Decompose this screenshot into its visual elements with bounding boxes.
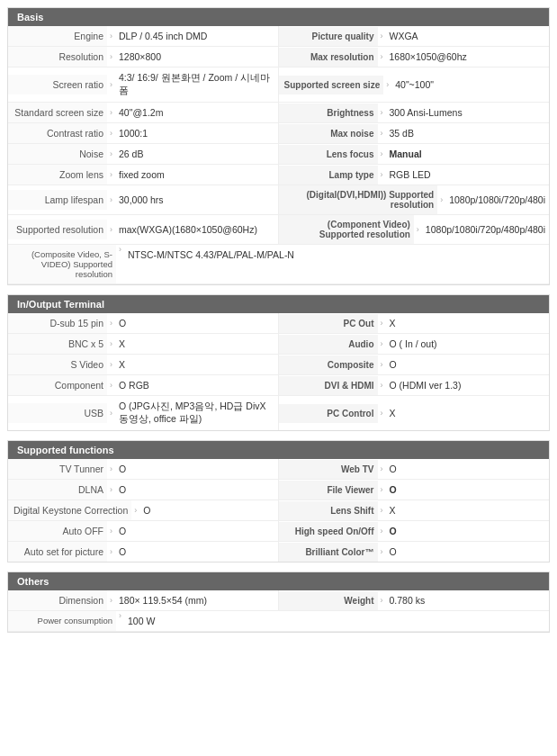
spec-value: X — [386, 313, 550, 333]
table-row: Dimension›180× 119.5×54 (mm)Weight›0.780… — [8, 590, 549, 611]
spec-value: DLP / 0.45 inch DMD — [115, 26, 278, 46]
arrow-icon: › — [378, 485, 386, 494]
basis-title: Basis — [8, 8, 549, 26]
table-row: BNC x 5›XAudio›O ( In / out) — [8, 334, 549, 355]
col-right: (Digital(DVI,HDMI)) Supported resolution… — [279, 185, 550, 214]
spec-value: 100 W — [124, 611, 549, 631]
spec-label: Power consumption — [8, 611, 116, 631]
spec-label: Component — [8, 375, 107, 395]
arrow-icon: › — [378, 464, 386, 473]
table-row: DLNA›OFile Viewer›O — [8, 480, 549, 500]
basis-section: Basis Engine›DLP / 0.45 inch DMDPicture … — [7, 7, 550, 285]
spec-value: O — [115, 313, 278, 333]
arrow-icon: › — [378, 526, 386, 536]
col-right: (Component Video) Supported resolution›1… — [279, 215, 550, 244]
col-right: Max resolution›1680×1050@60hz — [279, 47, 550, 67]
table-row: (Composite Video, S-VIDEO) Supported res… — [8, 245, 549, 284]
arrow-icon: › — [107, 464, 115, 473]
spec-label: Zoom lens — [8, 165, 107, 184]
spec-label: DVI & HDMI — [279, 376, 378, 395]
io-rows: D-sub 15 pin›OPC Out›XBNC x 5›XAudio›O (… — [8, 313, 549, 430]
spec-label: (Digital(DVI,HDMI)) Supported resolution — [279, 185, 438, 214]
table-row: Supported resolution›max(WXGA)(1680×1050… — [8, 215, 549, 245]
col-right: PC Out›X — [279, 313, 550, 333]
spec-value: 40"@1.2m — [115, 103, 278, 122]
arrow-icon: › — [378, 52, 386, 61]
col-left: Standard screen size›40"@1.2m — [8, 103, 279, 122]
spec-value: WXGA — [386, 26, 550, 46]
table-row: Auto OFF›OHigh speed On/Off›O — [8, 521, 549, 542]
arrow-icon: › — [107, 381, 115, 390]
col-left: Digital Keystone Correction›O — [8, 500, 279, 520]
spec-label: Auto OFF — [8, 521, 107, 541]
table-row: Resolution›1280×800Max resolution›1680×1… — [8, 47, 549, 68]
col-right: Lens focus›Manual — [279, 144, 550, 164]
spec-label: Screen ratio — [8, 75, 107, 94]
io-title: In/Output Terminal — [8, 295, 549, 313]
spec-label: PC Control — [279, 404, 378, 423]
col-left: Screen ratio›4:3/ 16:9/ 원본화면 / Zoom / 시네… — [8, 68, 279, 102]
arrow-icon: › — [437, 195, 445, 204]
spec-label: Max noise — [279, 124, 378, 143]
col-left: TV Tunner›O — [8, 459, 279, 479]
table-row: USB›O (JPG사진, MP3음악, HD급 DivX동영상, office… — [8, 396, 549, 430]
spec-value: O — [386, 521, 550, 541]
spec-value: 1000:1 — [115, 123, 278, 143]
arrow-icon: › — [107, 409, 115, 418]
spec-label: Lamp type — [279, 166, 378, 184]
col-right: Web TV›O — [279, 459, 550, 479]
spec-value: O — [386, 459, 550, 479]
arrow-icon: › — [107, 526, 115, 536]
spec-value: NTSC-M/NTSC 4.43/PAL/PAL-M/PAL-N — [124, 245, 549, 284]
others-rows: Dimension›180× 119.5×54 (mm)Weight›0.780… — [8, 590, 549, 632]
spec-value: O ( In / out) — [386, 334, 550, 354]
spec-value: 1080p/1080i/720p/480p/480i — [422, 220, 549, 239]
spec-label: Auto set for picture — [8, 542, 107, 562]
spec-label: Audio — [279, 335, 378, 354]
arrow-icon: › — [378, 547, 386, 556]
spec-value: 1080p/1080i/720p/480i — [445, 190, 549, 210]
spec-label: Lamp lifespan — [8, 190, 107, 210]
col-left: Auto set for picture›O — [8, 542, 279, 562]
arrow-icon: › — [107, 319, 115, 328]
arrow-icon: › — [107, 339, 115, 348]
arrow-icon: › — [378, 339, 386, 348]
others-title: Others — [8, 572, 549, 590]
col-right: Brightness›300 Ansi-Lumens — [279, 103, 550, 122]
spec-label: Supported screen size — [279, 76, 384, 94]
spec-label: Supported resolution — [8, 220, 107, 239]
arrow-icon: › — [378, 32, 386, 40]
arrow-icon: › — [378, 506, 386, 515]
table-row: TV Tunner›OWeb TV›O — [8, 459, 549, 480]
col-right: Max noise›35 dB — [279, 123, 550, 143]
spec-label: Brilliant Color™ — [279, 543, 378, 562]
spec-label: Lens Shift — [279, 501, 378, 520]
table-row: Contrast ratio›1000:1Max noise›35 dB — [8, 123, 549, 144]
arrow-icon: › — [107, 195, 115, 204]
spec-label: Brightness — [279, 104, 378, 122]
arrow-icon: › — [383, 80, 391, 89]
others-section: Others Dimension›180× 119.5×54 (mm)Weigh… — [7, 572, 550, 633]
arrow-icon: › — [131, 506, 139, 515]
col-left: Zoom lens›fixed zoom — [8, 165, 279, 184]
spec-value: 300 Ansi-Lumens — [386, 103, 550, 122]
spec-value: 1680×1050@60hz — [386, 47, 550, 67]
arrow-icon: › — [107, 170, 115, 179]
table-row: Engine›DLP / 0.45 inch DMDPicture qualit… — [8, 26, 549, 47]
spec-label: PC Out — [279, 314, 378, 333]
spec-value: O — [115, 459, 278, 479]
arrow-icon: › — [378, 149, 386, 158]
spec-label: Contrast ratio — [8, 123, 107, 143]
arrow-icon: › — [107, 149, 115, 158]
arrow-icon: › — [378, 360, 386, 369]
io-section: In/Output Terminal D-sub 15 pin›OPC Out›… — [7, 294, 550, 431]
col-right: High speed On/Off›O — [279, 521, 550, 541]
arrow-icon: › — [107, 32, 115, 40]
spec-value: 26 dB — [115, 144, 278, 164]
table-row: Screen ratio›4:3/ 16:9/ 원본화면 / Zoom / 시네… — [8, 68, 549, 103]
col-left: BNC x 5›X — [8, 334, 279, 354]
table-row: S Video›XComposite›O — [8, 355, 549, 375]
col-left: Contrast ratio›1000:1 — [8, 123, 279, 143]
col-right: Lamp type›RGB LED — [279, 165, 550, 184]
arrow-icon: › — [107, 225, 115, 234]
